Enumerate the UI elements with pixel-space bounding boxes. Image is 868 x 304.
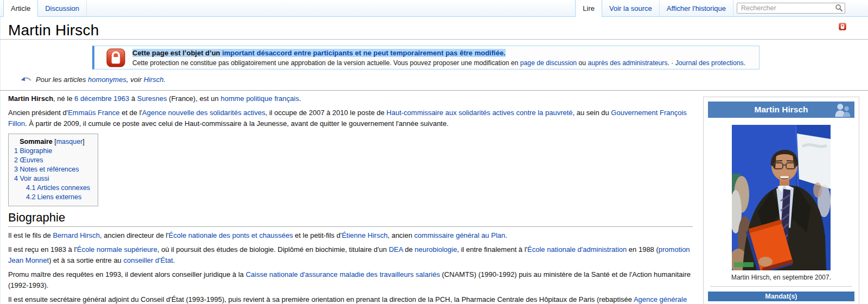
bio-paragraph: Il est le fils de Bernard Hirsch, ancien… bbox=[8, 230, 693, 241]
toc-item: 3 Notes et références bbox=[14, 165, 90, 174]
protection-lock-icon bbox=[839, 23, 846, 30]
view-tab[interactable]: Afficher l'historique bbox=[660, 0, 733, 16]
wiki-link[interactable]: École nationale des ponts et chaussées bbox=[169, 231, 293, 239]
text-segment: . bbox=[505, 231, 507, 239]
content-left-border bbox=[0, 17, 1, 304]
toc-item: 4 Voir aussi bbox=[14, 174, 90, 183]
page-header: Martin Hirsch bbox=[0, 17, 868, 40]
search-box bbox=[737, 3, 845, 14]
toc-item: 4.1 Articles connexes bbox=[14, 183, 90, 193]
bio-paragraph: Il est reçu en 1983 à l'École normale su… bbox=[8, 244, 693, 266]
wiki-link[interactable]: Hirsch bbox=[144, 75, 164, 84]
infobox: Martin Hirsch bbox=[703, 97, 859, 304]
hatnote: Pour les articles homonymes, voir Hirsch… bbox=[21, 75, 165, 84]
text-segment: , au sein du bbox=[573, 109, 611, 117]
text-segment: Cette protection ne constitue pas obliga… bbox=[132, 59, 520, 67]
wiki-link[interactable]: conseiller d'État bbox=[123, 256, 173, 264]
search-icon[interactable] bbox=[835, 4, 843, 12]
intro-paragraph: Ancien président d'Emmaüs France et de l… bbox=[8, 107, 693, 129]
portrait-photo bbox=[732, 125, 831, 270]
toc-link[interactable]: 1 Biographie bbox=[14, 147, 52, 155]
tab-label: Voir la source bbox=[609, 4, 652, 12]
view-tab[interactable]: Voir la source bbox=[602, 0, 660, 16]
wiki-link[interactable]: Étienne Hirsch bbox=[342, 231, 388, 239]
wiki-link[interactable]: École nationale d'administration bbox=[527, 245, 627, 254]
text-segment: , il entre finalement à l' bbox=[457, 245, 527, 254]
text-segment: . bbox=[173, 256, 175, 264]
wiki-link[interactable]: page de discussion bbox=[520, 59, 577, 67]
padlock-icon bbox=[106, 48, 125, 67]
text-segment: Pour les articles bbox=[36, 75, 88, 84]
wiki-link[interactable]: Bernard Hirsch bbox=[53, 231, 100, 239]
wiki-link[interactable]: commissaire général au Plan bbox=[414, 231, 506, 239]
infobox-title: Martin Hirsch bbox=[754, 105, 808, 114]
text-segment: Martin Hirsch bbox=[8, 94, 53, 103]
toc-link[interactable]: 4.2 Liens externes bbox=[26, 193, 81, 201]
wiki-link[interactable]: Agence nouvelle des solidarités actives bbox=[142, 109, 265, 117]
wiki-link[interactable]: Haut-commissaire aux solidarités actives… bbox=[386, 109, 572, 117]
search-input[interactable] bbox=[737, 3, 845, 14]
hatnote-text: Pour les articles homonymes, voir Hirsch… bbox=[36, 75, 165, 84]
wiki-link[interactable]: 6 décembre 1963 bbox=[74, 94, 129, 103]
banner-text: Cette page est l’objet d’un important dé… bbox=[132, 48, 754, 68]
wiki-link[interactable]: auprès des administrateurs bbox=[588, 59, 667, 67]
article-tab-bar: ArticleDiscussion LireVoir la sourceAffi… bbox=[0, 0, 868, 17]
photo-caption: Martin Hirsch, en septembre 2007. bbox=[708, 274, 854, 281]
tab-label: Lire bbox=[583, 4, 595, 12]
toc-link[interactable]: 2 Œuvres bbox=[14, 156, 43, 164]
banner-main-message: Cette page est l’objet d’un important dé… bbox=[132, 48, 754, 58]
toc-toggle: [masquer] bbox=[54, 138, 85, 145]
text-segment: , il occupe de 2007 à 2010 le poste de bbox=[265, 109, 386, 117]
wiki-link[interactable]: neurobiologie bbox=[414, 245, 457, 254]
toc-link[interactable]: 3 Notes et références bbox=[14, 166, 79, 173]
wiki-link[interactable]: Journal des protections bbox=[675, 59, 744, 67]
wiki-link[interactable]: Caisse nationale d'assurance maladie des… bbox=[246, 270, 440, 278]
text-segment: , ancien directeur de l' bbox=[100, 231, 169, 239]
infobox-divider bbox=[710, 286, 852, 287]
bio-paragraph: Promu maître des requêtes en 1993, il de… bbox=[8, 269, 693, 291]
toc-hide-link[interactable]: masquer bbox=[56, 138, 83, 145]
text-segment: , ancien bbox=[387, 231, 414, 239]
text-segment: Il est ensuite secrétaire général adjoin… bbox=[8, 295, 634, 303]
text-segment: , où il poursuit des études de biologie.… bbox=[157, 245, 389, 254]
wiki-link[interactable]: Suresnes bbox=[137, 94, 167, 103]
text-segment: . bbox=[299, 94, 301, 103]
toc-link[interactable]: 4 Voir aussi bbox=[14, 175, 49, 182]
text-segment: Ancien président d' bbox=[8, 109, 68, 117]
text-segment: Cette page est l’objet d’un bbox=[132, 49, 222, 57]
wiki-link[interactable]: École normale supérieure bbox=[77, 245, 157, 254]
namespace-tab[interactable]: Article bbox=[3, 0, 38, 17]
page-title: Martin Hirsch bbox=[8, 22, 99, 39]
wiki-link[interactable]: important désaccord entre participants e… bbox=[222, 49, 505, 57]
wiki-link[interactable]: homonymes bbox=[88, 75, 126, 84]
protection-banner: Cette page est l’objet d’un important dé… bbox=[92, 46, 760, 69]
section-heading-biographie: Biographie bbox=[8, 211, 693, 227]
text-segment: . · bbox=[667, 59, 675, 67]
toc-link[interactable]: 4.1 Articles connexes bbox=[26, 184, 90, 192]
disambiguation-icon bbox=[21, 76, 31, 83]
text-segment: . bbox=[744, 59, 745, 67]
divider bbox=[0, 90, 868, 91]
toc-item: 4.2 Liens externes bbox=[14, 193, 90, 202]
text-segment: à bbox=[129, 94, 137, 103]
text-segment: (France), est un bbox=[167, 94, 221, 103]
banner-sub-message: Cette protection ne constitue pas obliga… bbox=[132, 58, 754, 68]
wiki-link[interactable]: homme politique français bbox=[221, 94, 299, 103]
text-segment: . À partir de 2009, il cumule ce poste a… bbox=[25, 119, 449, 128]
toc-header: Sommaire [masquer] bbox=[14, 138, 90, 145]
infobox-mandate-bar: Mandat(s) bbox=[708, 292, 854, 301]
text-segment: , né le bbox=[53, 94, 74, 103]
namespace-tabs: ArticleDiscussion bbox=[3, 0, 87, 16]
text-segment: de bbox=[403, 245, 415, 254]
view-tab[interactable]: Lire bbox=[575, 0, 602, 17]
text-segment: ) et à sa sortie entre au bbox=[49, 256, 123, 264]
wiki-link[interactable]: DEA bbox=[389, 245, 403, 254]
article-body: Martin Hirsch, né le 6 décembre 1963 à S… bbox=[8, 91, 693, 304]
infobox-title-bar: Martin Hirsch bbox=[708, 102, 854, 118]
wiki-link[interactable]: Emmaüs France bbox=[68, 109, 119, 117]
text-segment: en 1988 ( bbox=[627, 245, 659, 254]
namespace-tab[interactable]: Discussion bbox=[38, 0, 87, 16]
view-tabs: LireVoir la sourceAfficher l'historique bbox=[575, 0, 733, 16]
text-segment: Il est le fils de bbox=[8, 231, 53, 239]
text-segment: et de l' bbox=[120, 109, 143, 117]
